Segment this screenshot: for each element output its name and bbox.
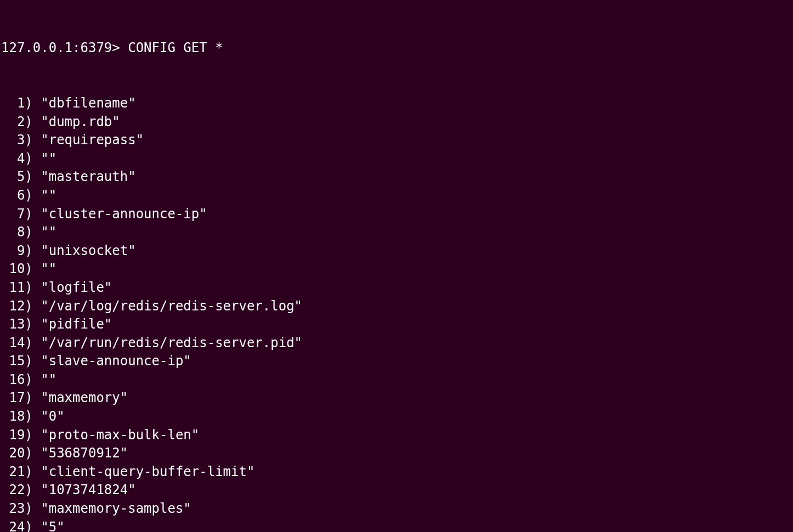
output-line: 11) "logfile" <box>0 279 793 297</box>
output-line: 7) "cluster-announce-ip" <box>0 205 793 224</box>
output-line: 17) "maxmemory" <box>0 389 793 408</box>
output-line: 4) "" <box>0 150 793 168</box>
output-line: 22) "1073741824" <box>0 481 793 500</box>
output-line: 2) "dump.rdb" <box>0 113 793 132</box>
output-line: 12) "/var/log/redis/redis-server.log" <box>0 297 793 316</box>
prompt: 127.0.0.1:6379> <box>1 40 128 55</box>
output-line: 10) "" <box>0 260 793 279</box>
output-line: 19) "proto-max-bulk-len" <box>0 426 793 445</box>
output-line: 3) "requirepass" <box>0 131 793 150</box>
output-line: 9) "unixsocket" <box>0 242 793 261</box>
output-line: 21) "client-query-buffer-limit" <box>0 463 793 482</box>
output-line: 1) "dbfilename" <box>0 94 793 113</box>
output-line: 20) "536870912" <box>0 444 793 463</box>
output-container: 1) "dbfilename" 2) "dump.rdb" 3) "requir… <box>0 94 793 532</box>
output-line: 24) "5" <box>0 518 793 532</box>
output-line: 13) "pidfile" <box>0 315 793 334</box>
output-line: 14) "/var/run/redis/redis-server.pid" <box>0 334 793 353</box>
output-line: 15) "slave-announce-ip" <box>0 352 793 371</box>
command-text: CONFIG GET * <box>128 40 223 55</box>
command-line: 127.0.0.1:6379> CONFIG GET * <box>0 39 793 58</box>
output-line: 5) "masterauth" <box>0 168 793 186</box>
output-line: 18) "0" <box>0 408 793 426</box>
output-line: 16) "" <box>0 371 793 389</box>
output-line: 6) "" <box>0 186 793 205</box>
output-line: 8) "" <box>0 223 793 242</box>
terminal-window[interactable]: 127.0.0.1:6379> CONFIG GET * 1) "dbfilen… <box>0 2 793 532</box>
output-line: 23) "maxmemory-samples" <box>0 500 793 518</box>
